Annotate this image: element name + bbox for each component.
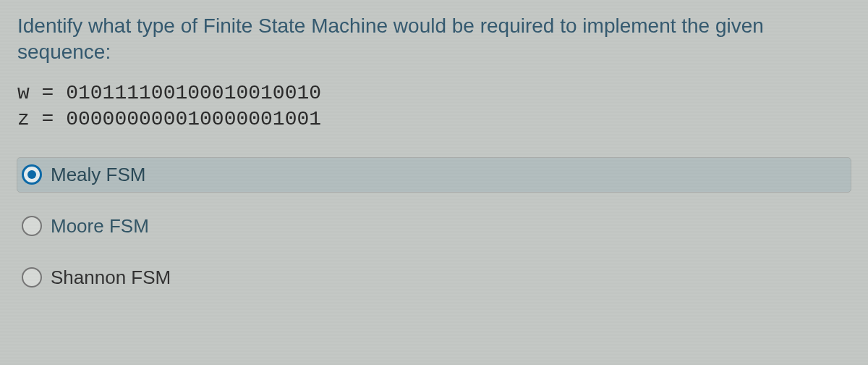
option-label: Moore FSM: [51, 215, 149, 238]
option-shannon[interactable]: Shannon FSM: [17, 261, 851, 295]
z-line: z = 000000000010000001001: [17, 106, 851, 133]
option-label: Shannon FSM: [51, 267, 171, 289]
sequence-block: w = 010111100100010010010 z = 0000000000…: [17, 80, 851, 133]
w-line: w = 010111100100010010010: [17, 80, 851, 106]
option-mealy[interactable]: Mealy FSM: [17, 158, 851, 192]
radio-icon: [22, 216, 42, 236]
options-group: Mealy FSM Moore FSM Shannon FSM: [17, 158, 851, 295]
option-moore[interactable]: Moore FSM: [17, 209, 851, 243]
option-label: Mealy FSM: [51, 164, 145, 186]
question-prompt: Identify what type of Finite State Machi…: [17, 13, 851, 66]
radio-icon: [22, 164, 42, 185]
radio-icon: [22, 267, 42, 288]
